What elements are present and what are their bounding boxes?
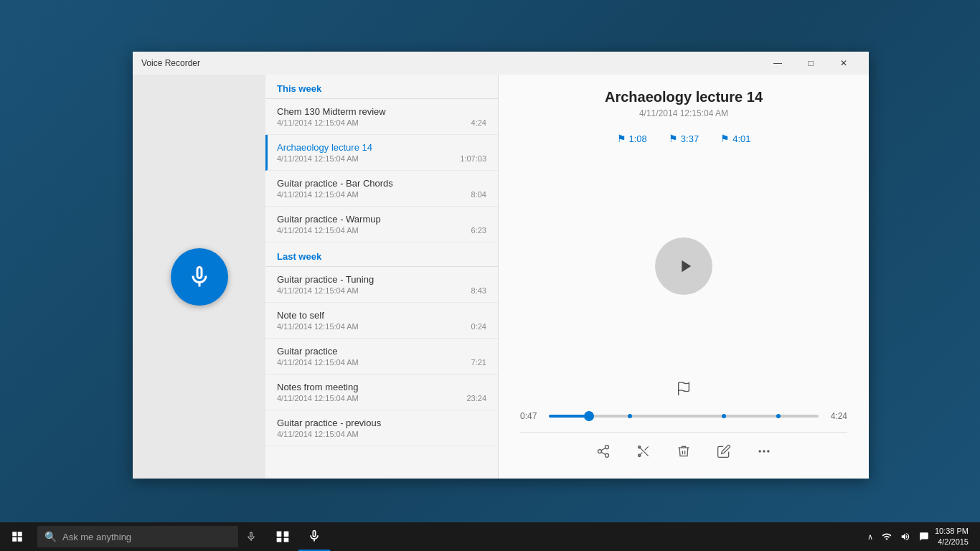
maximize-button[interactable]: □ bbox=[794, 52, 827, 75]
svg-point-1 bbox=[606, 446, 609, 449]
player-date: 4/11/2014 12:15:04 AM bbox=[520, 108, 847, 118]
svg-point-3 bbox=[606, 453, 609, 457]
flag-add-area bbox=[520, 381, 847, 400]
rename-button[interactable] bbox=[711, 438, 737, 464]
section-header-this-week: This week bbox=[265, 75, 498, 99]
taskbar-app-voice-recorder[interactable] bbox=[298, 522, 330, 551]
start-button[interactable] bbox=[0, 522, 34, 551]
progress-dot-3 bbox=[776, 414, 781, 418]
svg-line-4 bbox=[601, 452, 606, 454]
edit-icon bbox=[717, 444, 731, 458]
volume-icon bbox=[900, 532, 910, 542]
taskbar-app-task-view[interactable] bbox=[267, 522, 298, 551]
recording-item[interactable]: Guitar practice - Bar Chords 4/11/2014 1… bbox=[265, 171, 498, 207]
play-icon bbox=[675, 256, 695, 276]
search-placeholder: Ask me anything bbox=[62, 532, 131, 542]
delete-button[interactable] bbox=[671, 438, 697, 464]
svg-point-13 bbox=[767, 450, 769, 452]
taskbar: 🔍 Ask me anything ∧ bbox=[0, 522, 980, 551]
svg-rect-14 bbox=[277, 532, 282, 537]
taskbar-clock[interactable]: 10:38 PM 4/2/2015 bbox=[935, 526, 974, 548]
play-button[interactable] bbox=[655, 237, 712, 295]
task-view-icon bbox=[275, 529, 290, 544]
svg-rect-17 bbox=[284, 538, 289, 542]
recordings-panel: This week Chem 130 Midterm review 4/11/2… bbox=[265, 75, 499, 479]
play-area bbox=[520, 159, 847, 374]
sidebar-left bbox=[133, 75, 265, 479]
search-icon: 🔍 bbox=[44, 531, 57, 542]
windows-icon bbox=[11, 530, 24, 543]
window-controls: — □ ✕ bbox=[761, 52, 860, 75]
trim-button[interactable] bbox=[631, 438, 656, 464]
svg-line-8 bbox=[645, 446, 649, 450]
current-time: 0:47 bbox=[520, 411, 542, 421]
add-flag-button[interactable] bbox=[676, 381, 692, 400]
progress-dot-2 bbox=[722, 414, 726, 418]
progress-track[interactable] bbox=[549, 415, 819, 418]
marker-3[interactable]: ⚑ 4:01 bbox=[720, 133, 750, 144]
player-toolbar bbox=[520, 432, 847, 464]
marker-2[interactable]: ⚑ 3:37 bbox=[669, 133, 699, 144]
player-markers: ⚑ 1:08 ⚑ 3:37 ⚑ 4:01 bbox=[520, 133, 847, 144]
progress-thumb bbox=[584, 411, 594, 421]
trim-icon bbox=[636, 444, 651, 458]
record-button[interactable] bbox=[171, 248, 228, 306]
network-icon bbox=[882, 532, 892, 542]
flag-add-icon bbox=[676, 381, 692, 397]
app-title: Voice Recorder bbox=[141, 58, 761, 68]
taskbar-mic-button[interactable] bbox=[238, 522, 264, 551]
share-icon bbox=[596, 444, 611, 458]
share-button[interactable] bbox=[590, 438, 616, 464]
marker-1[interactable]: ⚑ 1:08 bbox=[617, 133, 647, 144]
recording-item[interactable]: Guitar practice - Tuning 4/11/2014 12:15… bbox=[265, 267, 498, 303]
title-bar: Voice Recorder — □ ✕ bbox=[133, 52, 869, 75]
svg-line-5 bbox=[601, 448, 606, 450]
svg-point-12 bbox=[763, 450, 765, 452]
notification-icon bbox=[919, 532, 929, 542]
progress-dot-1 bbox=[628, 414, 632, 418]
more-button[interactable] bbox=[751, 438, 777, 464]
flag-icon-2: ⚑ bbox=[669, 133, 678, 144]
more-icon bbox=[757, 444, 771, 458]
progress-fill bbox=[549, 415, 589, 418]
taskbar-volume-icon[interactable] bbox=[897, 532, 913, 542]
minimize-button[interactable]: — bbox=[761, 52, 794, 75]
taskbar-notifications-chevron[interactable]: ∧ bbox=[864, 532, 876, 542]
taskbar-right: ∧ 10:38 PM 4/2/2015 bbox=[864, 526, 980, 548]
total-time: 4:24 bbox=[826, 411, 847, 421]
microphone-icon bbox=[187, 264, 212, 290]
voice-recorder-taskbar-icon bbox=[307, 529, 321, 543]
delete-icon bbox=[677, 444, 691, 458]
svg-rect-16 bbox=[277, 538, 282, 542]
svg-rect-15 bbox=[284, 532, 289, 537]
section-header-last-week: Last week bbox=[265, 242, 498, 267]
flag-icon-1: ⚑ bbox=[617, 133, 626, 144]
recording-item-selected[interactable]: Archaeology lecture 14 4/11/2014 12:15:0… bbox=[265, 135, 498, 171]
taskbar-date-text: 4/2/2015 bbox=[935, 537, 969, 547]
recording-item[interactable]: Notes from meeting 4/11/2014 12:15:04 AM… bbox=[265, 375, 498, 410]
recording-item[interactable]: Guitar practice - previous 4/11/2014 12:… bbox=[265, 410, 498, 446]
taskbar-apps bbox=[267, 522, 330, 551]
svg-point-2 bbox=[598, 450, 602, 453]
app-content: This week Chem 130 Midterm review 4/11/2… bbox=[133, 75, 869, 479]
close-button[interactable]: ✕ bbox=[827, 52, 860, 75]
taskbar-time-text: 10:38 PM bbox=[935, 526, 969, 537]
taskbar-notification-icon[interactable] bbox=[916, 532, 932, 542]
recording-item[interactable]: Guitar practice - Warmup 4/11/2014 12:15… bbox=[265, 207, 498, 242]
svg-point-11 bbox=[759, 450, 761, 452]
recording-item[interactable]: Chem 130 Midterm review 4/11/2014 12:15:… bbox=[265, 99, 498, 135]
desktop: Voice Recorder — □ ✕ bbox=[0, 0, 980, 551]
flag-icon-3: ⚑ bbox=[720, 133, 730, 144]
recording-item[interactable]: Guitar practice 4/11/2014 12:15:04 AM 7:… bbox=[265, 339, 498, 375]
taskbar-microphone-icon bbox=[245, 531, 257, 542]
recording-item[interactable]: Note to self 4/11/2014 12:15:04 AM 0:24 bbox=[265, 303, 498, 339]
search-bar[interactable]: 🔍 Ask me anything bbox=[37, 526, 238, 547]
progress-area: 0:47 4:24 bbox=[520, 411, 847, 421]
player-panel: Archaeology lecture 14 4/11/2014 12:15:0… bbox=[499, 75, 869, 479]
player-title: Archaeology lecture 14 bbox=[520, 89, 847, 105]
taskbar-network-icon[interactable] bbox=[879, 532, 895, 542]
app-window: Voice Recorder — □ ✕ bbox=[133, 52, 869, 479]
